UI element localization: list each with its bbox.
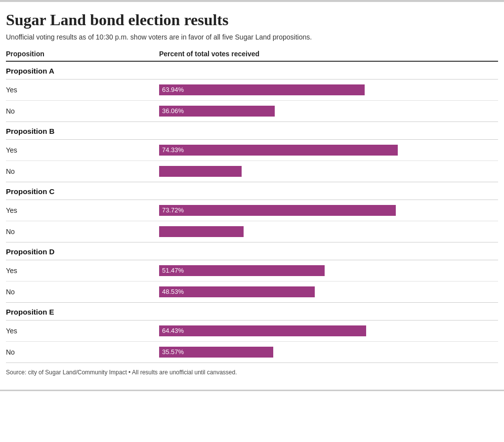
main-container: Sugar Land bond election results Unoffic… xyxy=(0,2,504,385)
vote-bar: 48.53% xyxy=(159,286,315,297)
vote-bar: 36.06% xyxy=(159,106,275,117)
prop-name-4: Proposition D xyxy=(6,247,159,256)
vote-label: No xyxy=(6,348,159,356)
vote-bar: 35.57% xyxy=(159,347,273,358)
vote-label: No xyxy=(6,228,159,236)
bottom-border xyxy=(0,390,504,391)
vote-label: No xyxy=(6,288,159,296)
bar-cell: 51.47% xyxy=(159,265,498,276)
vote-label: Yes xyxy=(6,206,159,214)
bar-percent-label: 51.47% xyxy=(159,267,184,274)
prop-group-3: Proposition CYes73.72%No xyxy=(6,182,498,242)
bar-percent-label: 74.33% xyxy=(159,146,184,154)
prop-header-row-2: Proposition B xyxy=(6,122,498,140)
prop-row: Yes64.43% xyxy=(6,321,498,342)
prop-group-5: Proposition EYes64.43%No35.57% xyxy=(6,303,498,363)
prop-header-row-5: Proposition E xyxy=(6,303,498,321)
bar-cell xyxy=(159,226,498,237)
prop-header-row-1: Proposition A xyxy=(6,62,498,80)
bar-cell: 64.43% xyxy=(159,325,498,336)
prop-row: Yes63.94% xyxy=(6,80,498,101)
bar-percent-label: 73.72% xyxy=(159,206,184,214)
prop-group-4: Proposition DYes51.47%No48.53% xyxy=(6,242,498,303)
bar-cell: 36.06% xyxy=(159,106,498,117)
vote-label: Yes xyxy=(6,86,159,94)
vote-bar: 63.94% xyxy=(159,84,365,95)
prop-row: No xyxy=(6,161,498,182)
header-percent: Percent of total votes received xyxy=(159,50,498,58)
vote-bar xyxy=(159,226,244,237)
bar-cell xyxy=(159,166,498,177)
prop-name-1: Proposition A xyxy=(6,67,159,75)
vote-label: No xyxy=(6,167,159,175)
vote-bar: 74.33% xyxy=(159,145,398,156)
page-title: Sugar Land bond election results xyxy=(6,11,498,29)
vote-bar: 64.43% xyxy=(159,325,366,336)
prop-header-row-4: Proposition D xyxy=(6,242,498,260)
prop-group-1: Proposition AYes63.94%No36.06% xyxy=(6,62,498,122)
results-table: Proposition Percent of total votes recei… xyxy=(6,50,498,363)
header-proposition: Proposition xyxy=(6,50,159,58)
bar-percent-label: 48.53% xyxy=(159,288,184,295)
prop-group-2: Proposition BYes74.33%No xyxy=(6,122,498,182)
bar-cell: 73.72% xyxy=(159,205,498,216)
prop-header-row-3: Proposition C xyxy=(6,182,498,200)
table-header: Proposition Percent of total votes recei… xyxy=(6,50,498,62)
prop-name-2: Proposition B xyxy=(6,127,159,135)
prop-name-3: Proposition C xyxy=(6,187,159,196)
vote-label: Yes xyxy=(6,267,159,275)
vote-bar: 51.47% xyxy=(159,265,325,276)
prop-row: No48.53% xyxy=(6,281,498,302)
bar-percent-label: 36.06% xyxy=(159,107,184,115)
prop-row: Yes73.72% xyxy=(6,200,498,221)
prop-row: Yes51.47% xyxy=(6,260,498,281)
subtitle: Unofficial voting results as of 10:30 p.… xyxy=(6,33,498,41)
bar-percent-label: 63.94% xyxy=(159,86,184,93)
prop-row: Yes74.33% xyxy=(6,140,498,161)
proposition-groups: Proposition AYes63.94%No36.06%Propositio… xyxy=(6,62,498,363)
prop-row: No36.06% xyxy=(6,101,498,121)
prop-row: No35.57% xyxy=(6,342,498,362)
vote-label: Yes xyxy=(6,327,159,335)
bar-percent-label: 64.43% xyxy=(159,327,184,334)
prop-row: No xyxy=(6,221,498,242)
bar-cell: 48.53% xyxy=(159,286,498,297)
vote-label: No xyxy=(6,107,159,115)
vote-bar xyxy=(159,166,242,177)
vote-bar: 73.72% xyxy=(159,205,396,216)
vote-label: Yes xyxy=(6,146,159,154)
bar-cell: 35.57% xyxy=(159,347,498,358)
bar-percent-label: 35.57% xyxy=(159,348,184,356)
bar-cell: 63.94% xyxy=(159,84,498,95)
bar-cell: 74.33% xyxy=(159,145,498,156)
prop-name-5: Proposition E xyxy=(6,308,159,316)
source-text: Source: city of Sugar Land/Community Imp… xyxy=(6,369,498,376)
